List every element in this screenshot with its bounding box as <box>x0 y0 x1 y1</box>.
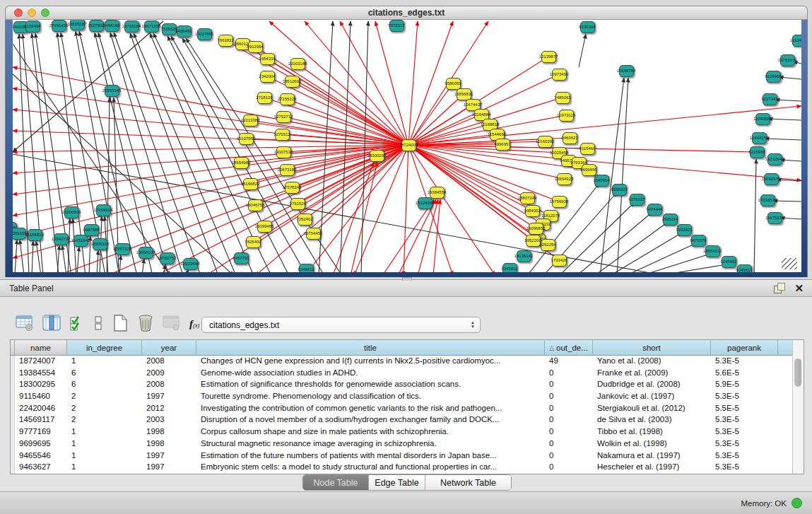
graph-node[interactable]: 9952202 <box>526 235 541 247</box>
function-builder-button[interactable]: f(x) <box>189 314 199 334</box>
graph-node[interactable]: 9586059 <box>446 78 461 90</box>
graph-node[interactable]: 17378343 <box>285 182 300 194</box>
graph-node[interactable]: 18724007 <box>401 139 416 151</box>
graph-edge[interactable] <box>617 78 628 272</box>
graph-node[interactable]: 15892971 <box>764 173 779 185</box>
table-row[interactable]: 2242004622012Investigating the contribut… <box>11 403 804 415</box>
graph-edge[interactable] <box>625 243 696 272</box>
graph-node[interactable]: 9792524 <box>290 198 305 210</box>
graph-edge[interactable] <box>775 100 801 101</box>
graph-edge[interactable] <box>95 33 153 272</box>
graph-edge[interactable] <box>134 33 236 272</box>
graph-node[interactable]: 5572317 <box>389 20 404 32</box>
graph-edge[interactable] <box>57 245 59 272</box>
graph-node[interactable]: 15654923 <box>557 173 572 185</box>
table-row[interactable]: 946362711997Embryonic stem cells: a mode… <box>11 462 804 474</box>
scrollbar-thumb[interactable] <box>794 358 801 387</box>
graph-node[interactable]: 9406491 <box>177 25 192 37</box>
graph-node[interactable]: 8215958 <box>750 146 765 158</box>
graph-node[interactable]: 8471676 <box>691 235 706 247</box>
graph-edge[interactable] <box>32 241 33 272</box>
graph-edge[interactable] <box>382 199 434 272</box>
graph-edge[interactable] <box>13 21 163 152</box>
tab-node-table[interactable]: Node Table <box>303 475 368 490</box>
graph-node[interactable]: 18807249 <box>520 192 535 204</box>
graph-node[interactable]: 1527602 <box>89 20 104 32</box>
graph-node[interactable]: 17359924 <box>96 204 111 216</box>
table-row[interactable]: 1456911722003Disruption of a novel membe… <box>11 414 804 426</box>
graph-node[interactable]: 16648784 <box>619 65 634 77</box>
graph-node[interactable]: 15134054 <box>418 197 433 209</box>
tab-edge-table[interactable]: Edge Table <box>368 475 425 490</box>
graph-node[interactable]: 9245652 <box>722 256 736 268</box>
graph-node[interactable]: 16099485 <box>257 221 272 233</box>
close-icon[interactable]: ✕ <box>794 283 804 293</box>
graph-node[interactable]: 2718126 <box>257 92 272 104</box>
graph-edge[interactable] <box>418 199 438 272</box>
graph-node[interactable]: 22003188 <box>290 58 305 70</box>
table-panel-header[interactable]: Table Panel ✕ <box>0 279 812 297</box>
column-header-title[interactable]: title <box>196 340 545 356</box>
graph-node[interactable]: 20206506 <box>64 206 79 218</box>
show-columns-button[interactable] <box>42 314 61 334</box>
split-pane-handle[interactable] <box>402 277 412 281</box>
column-header-in_degree[interactable]: in_degree <box>67 340 142 356</box>
graph-edge[interactable] <box>340 21 351 272</box>
graph-node[interactable]: 10973493 <box>552 69 567 81</box>
graph-node[interactable]: 9115460 <box>580 143 595 155</box>
column-header-pagerank[interactable]: pagerank <box>711 340 778 356</box>
graph-edge[interactable] <box>361 21 368 272</box>
graph-edge[interactable] <box>780 160 801 161</box>
table-row[interactable]: 911546021997Tourette syndrome. Phenomeno… <box>11 391 804 403</box>
new-column-button[interactable] <box>112 314 129 334</box>
column-header-out_de[interactable]: △out_de... <box>545 340 593 356</box>
table-row[interactable]: 946554611997Estimation of the future num… <box>11 450 804 462</box>
graph-node[interactable]: 7515526 <box>162 23 177 35</box>
column-header-name[interactable]: name <box>15 340 67 356</box>
graph-edge[interactable] <box>779 77 801 79</box>
graph-edge[interactable] <box>408 21 418 145</box>
graph-node[interactable]: 8958923 <box>612 184 627 196</box>
graph-node[interactable]: 1733426 <box>552 255 567 267</box>
table-select-dropdown[interactable]: citations_edges.txt ▲▼ <box>201 317 481 333</box>
graph-node[interactable]: 7485063 <box>555 92 570 104</box>
graph-node[interactable]: 12093582 <box>755 113 770 125</box>
graph-node[interactable]: 15751074 <box>780 54 795 66</box>
graph-edge[interactable] <box>142 259 144 272</box>
graph-node[interactable]: 16754451 <box>306 228 321 240</box>
graph-edge[interactable] <box>398 199 436 272</box>
graph-edge[interactable] <box>150 33 254 272</box>
graph-edge[interactable] <box>305 21 408 145</box>
graph-node[interactable]: 10655287 <box>70 20 85 30</box>
graph-node[interactable]: 18300295 <box>370 150 384 162</box>
graph-edge[interactable] <box>559 202 635 272</box>
graph-node[interactable]: 9699695 <box>582 164 596 176</box>
vertical-scrollbar[interactable] <box>792 340 804 474</box>
graph-node[interactable]: 7663822 <box>218 35 233 47</box>
graph-node[interactable]: 1393159 <box>13 228 26 240</box>
graph-node[interactable]: 9349813 <box>737 264 752 273</box>
canvas-resize-grip[interactable] <box>782 258 797 269</box>
graph-node[interactable]: 12444154 <box>752 132 767 144</box>
graph-edge[interactable] <box>780 218 801 219</box>
table-row[interactable]: 1938455462009Genome-wide association stu… <box>11 368 804 380</box>
graph-edge[interactable] <box>375 21 408 145</box>
table-options-button[interactable] <box>16 314 34 334</box>
graph-edge[interactable] <box>13 110 408 145</box>
graph-edge[interactable] <box>110 33 183 272</box>
graph-edge[interactable] <box>13 145 408 216</box>
graph-node[interactable]: 6379197 <box>630 194 645 206</box>
graph-edge[interactable] <box>641 254 710 272</box>
graph-node[interactable]: 6466160 <box>105 20 119 32</box>
network-canvas[interactable]: 9431557915549427691436106552871527602646… <box>13 20 801 272</box>
graph-node[interactable]: 11675334 <box>767 212 782 224</box>
graph-node[interactable]: 12139877 <box>541 51 556 63</box>
graph-edge[interactable] <box>768 119 801 120</box>
minimize-window-icon[interactable] <box>28 8 36 17</box>
column-header-short[interactable]: short <box>593 340 711 356</box>
graph-edge[interactable] <box>577 212 652 272</box>
graph-edge[interactable] <box>404 145 408 272</box>
graph-node[interactable]: 16210643 <box>767 153 782 165</box>
graph-edge[interactable] <box>13 88 408 145</box>
graph-node[interactable]: 9349812 <box>299 264 314 273</box>
